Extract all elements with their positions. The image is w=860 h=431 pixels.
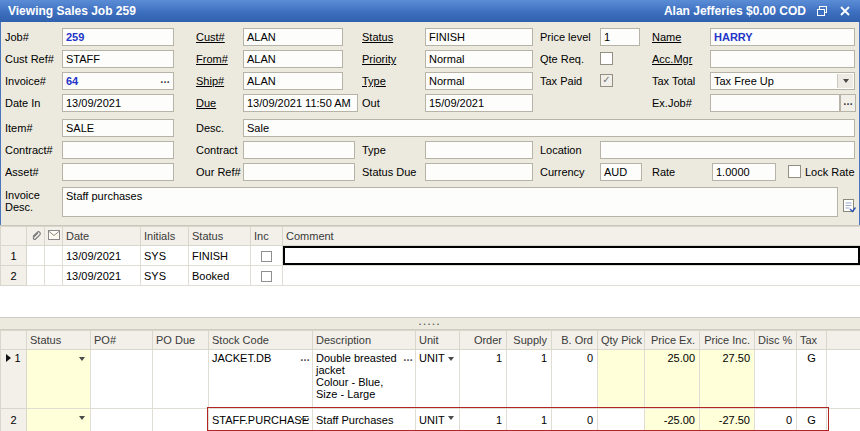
comment-column-header[interactable]: Comment bbox=[283, 227, 860, 246]
asset-field[interactable] bbox=[62, 163, 174, 181]
price-inc-column-header[interactable]: Price Inc. bbox=[700, 331, 755, 350]
from-label[interactable]: From# bbox=[196, 53, 228, 65]
out-field[interactable]: 15/09/2021 bbox=[425, 94, 533, 112]
date-cell[interactable]: 13/09/2021 bbox=[63, 266, 141, 286]
supply-cell[interactable]: 1 bbox=[507, 350, 552, 409]
ex-job-ellipsis-button[interactable] bbox=[840, 94, 856, 112]
spellcheck-icon[interactable] bbox=[842, 198, 857, 214]
price-level-field[interactable]: 1 bbox=[600, 28, 640, 46]
ex-job-field[interactable] bbox=[710, 94, 840, 112]
order-column-header[interactable]: Order bbox=[460, 331, 507, 350]
b-ord-cell[interactable]: 0 bbox=[552, 350, 598, 409]
due-label[interactable]: Due bbox=[196, 97, 216, 109]
qte-req-checkbox[interactable] bbox=[600, 52, 613, 65]
stock-code-column-header[interactable]: Stock Code bbox=[209, 331, 313, 350]
disc-cell[interactable]: 0 bbox=[755, 409, 797, 431]
name-field[interactable]: HARRY bbox=[710, 28, 855, 46]
inc-checkbox[interactable] bbox=[261, 271, 272, 282]
po-due-cell[interactable] bbox=[153, 409, 209, 431]
rate-field[interactable]: 1.0000 bbox=[712, 163, 776, 181]
initials-column-header[interactable]: Initials bbox=[141, 227, 189, 246]
inc-cell[interactable] bbox=[251, 266, 283, 286]
item-row[interactable]: 1 JACKET.DB Double breasted jacket Colou… bbox=[1, 350, 860, 409]
our-ref-field[interactable] bbox=[243, 163, 355, 181]
item-field[interactable]: SALE bbox=[62, 119, 174, 137]
stock-code-cell[interactable]: JACKET.DB bbox=[209, 350, 313, 409]
status-row[interactable]: 2 13/09/2021 SYS Booked bbox=[1, 266, 860, 286]
tax-cell[interactable]: G bbox=[797, 409, 827, 431]
invoice-desc-field[interactable]: Staff purchases bbox=[62, 187, 838, 217]
order-cell[interactable]: 1 bbox=[460, 350, 507, 409]
price-ex-cell[interactable]: -25.00 bbox=[645, 409, 700, 431]
stock-code-ellipsis-button[interactable] bbox=[300, 352, 310, 363]
price-inc-cell[interactable]: -27.50 bbox=[700, 409, 755, 431]
attachment-cell[interactable] bbox=[27, 266, 45, 286]
due-field[interactable]: 13/09/2021 11:50 AM bbox=[243, 94, 358, 112]
envelope-icon[interactable] bbox=[45, 227, 63, 246]
status-cell[interactable]: FINISH bbox=[189, 246, 251, 266]
status-column-header[interactable]: Status bbox=[189, 227, 251, 246]
chevron-down-icon[interactable] bbox=[837, 74, 853, 88]
acc-mgr-field[interactable] bbox=[710, 50, 855, 68]
priority-label[interactable]: Priority bbox=[362, 53, 396, 65]
status-cell[interactable] bbox=[27, 409, 91, 431]
chevron-down-icon[interactable] bbox=[444, 353, 457, 365]
date-column-header[interactable]: Date bbox=[63, 227, 141, 246]
inc-column-header[interactable]: Inc bbox=[251, 227, 283, 246]
chevron-down-icon[interactable] bbox=[75, 412, 88, 424]
status-cell[interactable] bbox=[27, 350, 91, 409]
contract-no-field[interactable] bbox=[62, 141, 174, 159]
lock-rate-checkbox[interactable] bbox=[788, 165, 801, 178]
tax-column-header[interactable]: Tax bbox=[797, 331, 827, 350]
chevron-down-icon[interactable] bbox=[75, 353, 88, 365]
tax-total-select[interactable]: Tax Free Up bbox=[710, 72, 855, 90]
currency-field[interactable]: AUD bbox=[600, 163, 642, 181]
po-cell[interactable] bbox=[91, 409, 153, 431]
initials-cell[interactable]: SYS bbox=[141, 246, 189, 266]
supply-cell[interactable]: 1 bbox=[507, 409, 552, 431]
status-due-field[interactable] bbox=[425, 163, 533, 181]
type-field[interactable]: Normal bbox=[425, 72, 533, 90]
invoice-field[interactable]: 64 bbox=[62, 72, 174, 90]
cust-field[interactable]: ALAN bbox=[243, 28, 343, 46]
cust-ref-field[interactable]: STAFF bbox=[62, 50, 174, 68]
qty-pick-cell[interactable] bbox=[598, 350, 645, 409]
location-field[interactable] bbox=[600, 141, 855, 159]
desc-field[interactable]: Sale bbox=[243, 119, 855, 137]
description-cell[interactable]: Double breasted jacket Colour - Blue, Si… bbox=[313, 350, 416, 409]
description-column-header[interactable]: Description bbox=[313, 331, 416, 350]
status-cell[interactable]: Booked bbox=[189, 266, 251, 286]
unit-cell[interactable]: UNIT bbox=[416, 409, 460, 431]
po-column-header[interactable]: PO# bbox=[91, 331, 153, 350]
acc-mgr-label[interactable]: Acc.Mgr bbox=[652, 53, 692, 65]
b-ord-column-header[interactable]: B. Ord bbox=[552, 331, 598, 350]
comment-cell[interactable] bbox=[283, 266, 860, 286]
stock-code-ellipsis-button[interactable] bbox=[300, 411, 310, 422]
invoice-ellipsis-button[interactable] bbox=[160, 74, 170, 86]
qty-pick-column-header[interactable]: Qty Pick bbox=[598, 331, 645, 350]
attachment-cell[interactable] bbox=[27, 246, 45, 266]
price-ex-column-header[interactable]: Price Ex. bbox=[645, 331, 700, 350]
b-ord-cell[interactable]: 0 bbox=[552, 409, 598, 431]
type2-field[interactable] bbox=[425, 141, 533, 159]
supply-column-header[interactable]: Supply bbox=[507, 331, 552, 350]
initials-cell[interactable]: SYS bbox=[141, 266, 189, 286]
description-cell[interactable]: Staff Purchases bbox=[313, 409, 416, 431]
email-cell[interactable] bbox=[45, 246, 63, 266]
grid-splitter[interactable]: ..... bbox=[0, 317, 860, 330]
date-in-field[interactable]: 13/09/2021 bbox=[62, 94, 174, 112]
price-ex-cell[interactable]: 25.00 bbox=[645, 350, 700, 409]
chevron-down-icon[interactable] bbox=[444, 412, 457, 424]
price-inc-cell[interactable]: 27.50 bbox=[700, 350, 755, 409]
po-cell[interactable] bbox=[91, 350, 153, 409]
date-cell[interactable]: 13/09/2021 bbox=[63, 246, 141, 266]
item-row[interactable]: 2 STAFF.PURCHASE Staff Purchases UNIT 1 … bbox=[1, 409, 860, 431]
description-ellipsis-button[interactable] bbox=[403, 352, 413, 363]
email-cell[interactable] bbox=[45, 266, 63, 286]
restore-icon[interactable] bbox=[814, 4, 829, 19]
comment-cell-active[interactable] bbox=[283, 246, 860, 266]
unit-column-header[interactable]: Unit bbox=[416, 331, 460, 350]
job-field[interactable]: 259 bbox=[62, 28, 174, 46]
paperclip-icon[interactable] bbox=[27, 227, 45, 246]
order-cell[interactable]: 1 bbox=[460, 409, 507, 431]
